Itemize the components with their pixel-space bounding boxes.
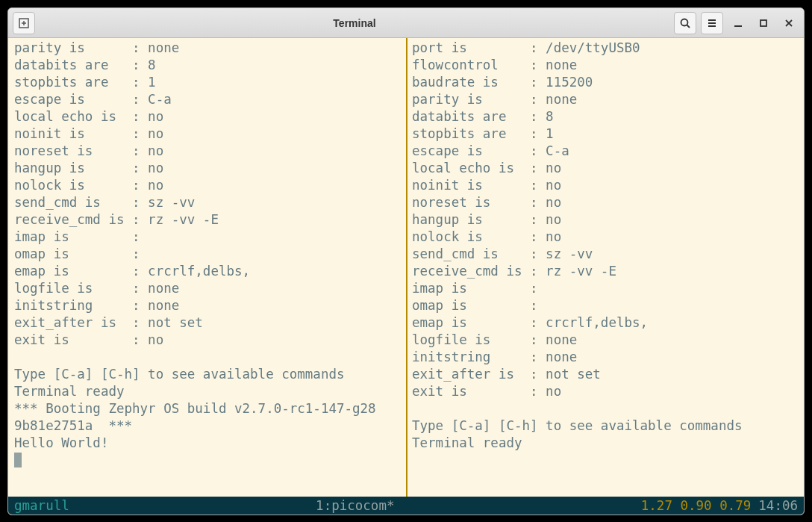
terminal-line: escape is : C-a <box>14 91 403 108</box>
titlebar: Terminal <box>8 8 804 38</box>
maximize-button[interactable] <box>753 13 774 34</box>
terminal-line: parity is : none <box>412 91 801 108</box>
terminal-line: Type [C-a] [C-h] to see available comman… <box>412 417 801 435</box>
terminal-line: nolock is : no <box>14 177 403 194</box>
terminal-line: hangup is : no <box>412 211 801 229</box>
terminal-line: imap is : <box>412 280 801 297</box>
hamburger-icon <box>706 17 718 29</box>
terminal-line: exit_after is : not set <box>412 366 801 383</box>
terminal-line <box>14 349 403 366</box>
terminal-line: local echo is : no <box>412 160 801 177</box>
terminal-line: exit is : no <box>412 383 801 400</box>
terminal-line: receive_cmd is : rz -vv -E <box>412 263 801 280</box>
terminal-line: logfile is : none <box>14 280 403 297</box>
terminal-line: imap is : <box>14 229 403 246</box>
new-tab-icon <box>18 17 30 29</box>
terminal-window: Terminal <box>7 7 805 515</box>
terminal-body[interactable]: parity is : nonedatabits are : 8stopbits… <box>8 38 804 497</box>
terminal-line: exit_after is : not set <box>14 314 403 332</box>
terminal-line: omap is : <box>14 246 403 263</box>
search-button[interactable] <box>674 12 696 34</box>
window-title: Terminal <box>40 17 669 29</box>
left-pane[interactable]: parity is : nonedatabits are : 8stopbits… <box>8 38 406 497</box>
terminal-line: *** Booting Zephyr OS build v2.7.0-rc1-1… <box>14 400 403 417</box>
cursor-line <box>14 452 403 469</box>
terminal-line: stopbits are : 1 <box>14 74 403 91</box>
terminal-line: escape is : C-a <box>412 143 801 160</box>
terminal-line: nolock is : no <box>412 229 801 246</box>
terminal-line: noinit is : no <box>412 177 801 194</box>
terminal-line: emap is : crcrlf,delbs, <box>412 314 801 332</box>
maximize-icon <box>758 18 769 28</box>
minimize-button[interactable] <box>728 13 749 34</box>
terminal-line: parity is : none <box>14 40 403 57</box>
close-icon <box>784 18 794 28</box>
terminal-line: initstring : none <box>14 297 403 314</box>
terminal-line: 9b81e2751a *** <box>14 417 403 435</box>
minimize-icon <box>733 18 743 28</box>
menu-button[interactable] <box>701 12 723 34</box>
status-window: 1:picocom* <box>69 498 641 513</box>
terminal-line: hangup is : no <box>14 160 403 177</box>
svg-point-3 <box>681 19 688 25</box>
status-time: 14:06 <box>758 498 798 513</box>
terminal-line: port is : /dev/ttyUSB0 <box>412 40 801 57</box>
terminal-line: send_cmd is : sz -vv <box>412 246 801 263</box>
terminal-line: Hello World! <box>14 435 403 452</box>
status-session: gmarull <box>14 498 69 513</box>
svg-line-4 <box>687 25 690 28</box>
close-button[interactable] <box>778 13 799 34</box>
terminal-line: logfile is : none <box>412 332 801 349</box>
terminal-line: baudrate is : 115200 <box>412 74 801 91</box>
terminal-line: databits are : 8 <box>412 108 801 125</box>
terminal-line: Terminal ready <box>14 383 403 400</box>
terminal-line: Terminal ready <box>412 435 801 452</box>
terminal-line <box>412 400 801 417</box>
right-pane[interactable]: port is : /dev/ttyUSB0flowcontrol : none… <box>406 38 804 497</box>
terminal-line: stopbits are : 1 <box>412 125 801 143</box>
search-icon <box>679 17 691 29</box>
tmux-statusbar: gmarull 1:picocom* 1.27 0.90 0.79 14:06 <box>8 497 804 515</box>
terminal-line: exit is : no <box>14 332 403 349</box>
terminal-line: noreset is : no <box>14 143 403 160</box>
status-load: 1.27 0.90 0.79 <box>641 498 752 513</box>
new-tab-button[interactable] <box>13 12 35 34</box>
terminal-line: flowcontrol : none <box>412 57 801 74</box>
terminal-line: emap is : crcrlf,delbs, <box>14 263 403 280</box>
svg-rect-9 <box>761 20 766 26</box>
terminal-line: databits are : 8 <box>14 57 403 74</box>
pane-divider[interactable] <box>406 38 407 497</box>
terminal-line: send_cmd is : sz -vv <box>14 194 403 211</box>
terminal-line: noreset is : no <box>412 194 801 211</box>
terminal-line: omap is : <box>412 297 801 314</box>
terminal-line: initstring : none <box>412 349 801 366</box>
terminal-line: noinit is : no <box>14 125 403 143</box>
terminal-line: receive_cmd is : rz -vv -E <box>14 211 403 229</box>
terminal-line: Type [C-a] [C-h] to see available comman… <box>14 366 403 383</box>
terminal-line: local echo is : no <box>14 108 403 125</box>
cursor <box>14 453 22 467</box>
